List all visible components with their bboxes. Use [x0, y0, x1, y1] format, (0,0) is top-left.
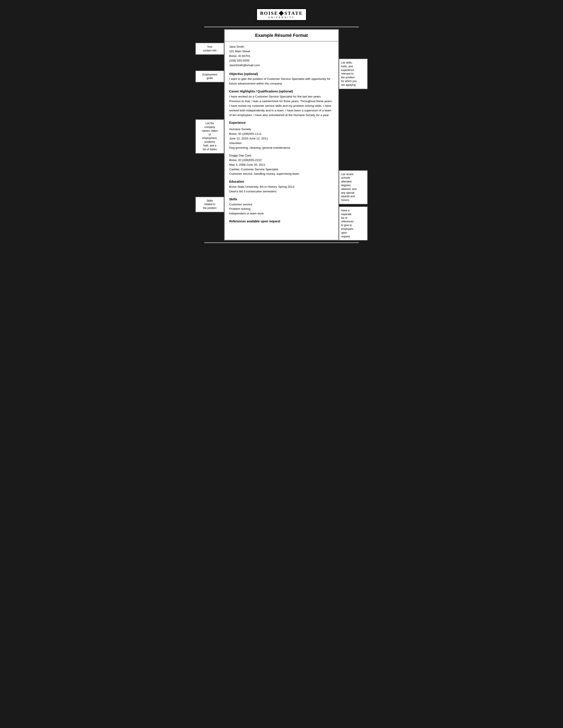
employment-annotation-box: Employmentgoals — [195, 71, 224, 83]
logo-university: UNIVERSITY — [268, 16, 295, 19]
experience-section: Experience Humane Society Boise, ID (208… — [229, 120, 334, 176]
skills-annotation: Skillsrelated tothe position — [203, 199, 216, 210]
exp1-position: Volunteer — [229, 141, 334, 146]
skills-heading: Skills — [229, 197, 334, 202]
contact-block: Jane Smith 101 Main Street Boise, ID 837… — [229, 45, 334, 68]
education-heading: Education — [229, 179, 334, 184]
skill-2: Problem solving — [229, 207, 334, 211]
right-annotation-middle: List recentschoolsattended,degreesattain… — [341, 173, 356, 202]
education-line2: Dean's list 3 consecutive semesters — [229, 189, 334, 194]
objective-text: I want to gain the position of Customer … — [229, 77, 334, 86]
exp2-duties: Customer service, handling money, superv… — [229, 172, 334, 176]
employment-annotation: Employmentgoals — [202, 73, 217, 80]
right-annotation-bottom: Have aseparatelist ofreferencesto give t… — [341, 209, 354, 238]
exp1-location: Boise, ID (208)555-1111 — [229, 132, 334, 136]
page-container: BOISE STATE UNIVERSITY Yourcontact info … — [195, 4, 368, 245]
experience-annotation: List thecompanynames, datesofemployment,… — [197, 122, 222, 151]
right-sidebar: List skills,traits, andexperiencerelevan… — [339, 29, 368, 240]
right-annotation-top-box: List skills,traits, andexperiencerelevan… — [339, 59, 368, 89]
exp1-duties: Dog grooming, cleaning, general maintena… — [229, 146, 334, 150]
right-annotation-bottom-box: Have aseparatelist ofreferencesto give t… — [339, 206, 368, 240]
experience-entry-2: Doggy Day Care Boise, ID (208)555-2222 M… — [229, 153, 334, 176]
resume-title: Example Résumé Format — [255, 33, 308, 38]
contact-annotation: Yourcontact info — [203, 45, 216, 52]
contact-phone: (208) 555-5555 — [229, 58, 334, 63]
skill-1: Customer service — [229, 202, 334, 207]
logo-state: STATE — [285, 10, 303, 16]
left-sidebar: Yourcontact info Employmentgoals List th… — [195, 29, 224, 240]
right-annotation-top: List skills,traits, andexperiencerelevan… — [341, 61, 357, 86]
exp1-dates: June 12, 2010-June 12, 2011 — [229, 136, 334, 141]
right-annotation-middle-box: List recentschoolsattended,degreesattain… — [339, 170, 368, 204]
experience-annotation-box: List thecompanynames, datesofemployment,… — [195, 119, 224, 153]
contact-annotation-box: Yourcontact info — [195, 43, 224, 55]
content-row: Yourcontact info Employmentgoals List th… — [195, 29, 368, 240]
contact-city: Boise, ID 83701 — [229, 54, 334, 58]
exp2-company: Doggy Day Care — [229, 153, 334, 158]
contact-email: JaneSmith@email.com — [229, 63, 334, 68]
education-section: Education Boise State University, BA in … — [229, 179, 334, 194]
bottom-divider — [204, 242, 359, 243]
skill-3: Independent or team work — [229, 211, 334, 216]
logo-top: BOISE STATE — [260, 10, 303, 16]
experience-entry-1: Humane Society Boise, ID (208)555-1111 J… — [229, 127, 334, 150]
exp2-position: Cashier, Customer Service Specialist — [229, 167, 334, 172]
skills-section: Skills Customer service Problem solving … — [229, 197, 334, 216]
skills-annotation-box: Skillsrelated tothe position — [195, 197, 224, 212]
exp2-location: Boise, ID (208)555-2222 — [229, 158, 334, 163]
resume-wrapper: Example Résumé Format Jane Smith 101 Mai… — [224, 29, 339, 240]
contact-name: Jane Smith — [229, 45, 334, 49]
career-text: I have worked as a Customer Service Spec… — [229, 94, 334, 118]
logo-boise: BOISE — [260, 10, 278, 16]
objective-heading: Objective (optional) — [229, 72, 334, 77]
exp2-dates: May 3, 2006-June 20, 2011 — [229, 163, 334, 167]
resume-body: Jane Smith 101 Main Street Boise, ID 837… — [225, 41, 338, 229]
top-divider — [204, 26, 359, 27]
references-text: References available upon request — [229, 219, 334, 224]
career-section: Career Highlights / Qualifications (opti… — [229, 89, 334, 117]
career-heading: Career Highlights / Qualifications (opti… — [229, 89, 334, 94]
logo-box: BOISE STATE UNIVERSITY — [256, 8, 307, 21]
exp1-company: Humane Society — [229, 127, 334, 132]
logo-diamond-icon — [279, 11, 284, 16]
experience-heading: Experience — [229, 120, 334, 125]
contact-address: 101 Main Street — [229, 49, 334, 54]
logo-area: BOISE STATE UNIVERSITY — [256, 8, 307, 21]
references-section: References available upon request — [229, 219, 334, 224]
education-line1: Boise State University, BA in History, S… — [229, 185, 334, 189]
resume-header: Example Résumé Format — [225, 29, 338, 41]
objective-section: Objective (optional) I want to gain the … — [229, 72, 334, 86]
